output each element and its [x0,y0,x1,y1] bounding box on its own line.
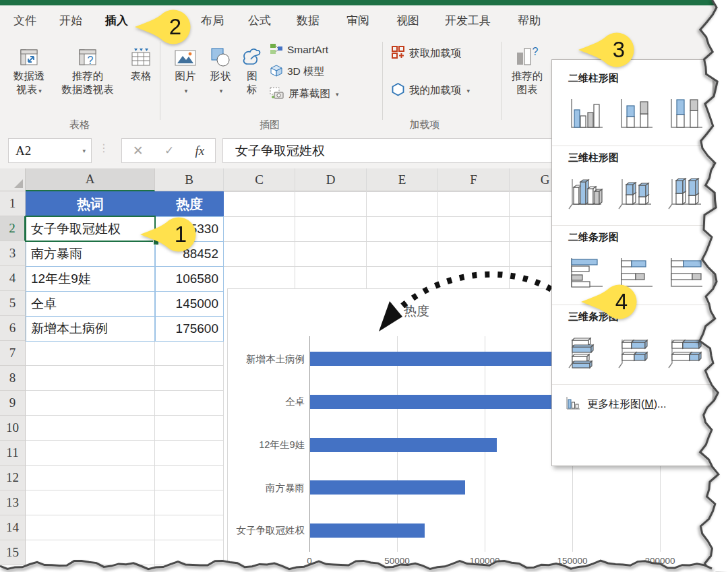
chart-type-stacked-column[interactable] [614,93,656,136]
cell-B5[interactable]: 145000 [155,291,224,317]
get-add-ins-label: 获取加载项 [409,46,462,61]
icons-button[interactable]: 图标 [240,39,264,96]
svg-text:?: ? [88,55,94,66]
recommended-charts-button[interactable]: ? 推荐的 图表 [506,39,549,96]
more-charts-icon [566,395,580,413]
menu-divider [552,225,712,226]
row-header-4[interactable]: 4 [0,266,26,291]
tab-view[interactable]: 视图 [396,13,419,28]
tab-home[interactable]: 开始 [59,13,82,28]
shapes-button[interactable]: 形状▾ [204,39,237,98]
cancel-icon[interactable]: ✕ [133,143,144,158]
table-label: 表格 [131,69,152,83]
clustered-bar-3d-icon [566,336,604,371]
chart-type-100-stacked-column[interactable] [664,93,706,136]
screenshot-label: 屏幕截图 [289,87,330,101]
chart-type-100-stacked-bar-3d[interactable] [664,331,706,375]
screenshot-button[interactable]: 屏幕截图 ▾ [270,85,339,103]
cell-B6[interactable]: 175600 [155,316,224,342]
tab-formulas[interactable]: 公式 [248,13,271,28]
chevron-down-icon: ▾ [185,88,188,94]
name-box[interactable]: A2 ▾ [8,138,92,163]
chart-category-label: 南方暴雨 [228,482,305,495]
clustered-column-3d-icon [566,177,604,212]
stacked-bar-3d-icon [616,336,654,371]
3d-models-label: 3D 模型 [287,65,324,79]
select-all-triangle [14,179,23,188]
col-header-B[interactable]: B [155,168,224,191]
row-header-14[interactable]: 14 [0,515,26,540]
chart-type-clustered-column-3d[interactable] [564,172,606,216]
cell-A5[interactable]: 仝卓 [26,291,155,317]
callout-1: 1 [139,213,206,256]
get-add-ins-button[interactable]: 获取加载项 [391,44,470,63]
cell-A6[interactable]: 新增本土病例 [26,316,155,342]
callout-2: 2 [133,5,201,49]
row-header-3[interactable]: 3 [0,241,26,266]
worksheet-gridlines [224,168,553,288]
chart-type-stacked-column-3d[interactable] [614,172,656,216]
recommended-pivottables-button[interactable]: ? 推荐的 数据透视表 [54,39,121,96]
chart-bar [310,438,497,452]
svg-text:1: 1 [175,222,187,247]
menu-section-title: 二维条形图 [568,231,712,244]
chart-category-label: 仝卓 [228,395,305,408]
more-column-charts-item[interactable]: 更多柱形图(M)... [552,390,712,413]
row-header-2[interactable]: 2 [0,216,26,241]
chart-tick-label: 0 [282,556,336,566]
chart-bar [310,480,465,495]
svg-text:3: 3 [613,37,625,62]
row-header-6[interactable]: 6 [0,316,26,341]
chart-type-100-stacked-bar[interactable] [664,252,706,295]
menu-thumbnail-row [552,168,712,220]
cell-header-热词[interactable]: 热词 [26,191,155,217]
formula-bar-grip[interactable]: ⋮ [98,141,109,154]
row-header-13[interactable]: 13 [0,490,26,515]
my-addins-icon [391,82,405,99]
row-header-5[interactable]: 5 [0,291,26,316]
worksheet-gridlines [26,341,224,568]
3d-models-button[interactable]: 3D 模型 [270,63,339,81]
tab-data[interactable]: 数据 [297,13,320,28]
chart-type-stacked-bar-3d[interactable] [614,331,656,375]
group-separator [382,42,383,120]
pivottable-label: 数据透 [13,70,45,82]
group-label-tables: 表格 [39,119,120,131]
smartart-button[interactable]: SmartArt [270,40,339,59]
cell-A3[interactable]: 南方暴雨 [26,241,155,267]
row-header-8[interactable]: 8 [0,366,26,391]
shapes-icon [210,39,231,67]
chart-type-clustered-column[interactable] [564,93,606,136]
100-stacked-bar-3d-icon [666,336,704,371]
tab-help[interactable]: 帮助 [518,13,541,28]
chevron-down-icon: ▾ [82,148,86,154]
row-header-9[interactable]: 9 [0,391,26,416]
chart-type-100-stacked-column-3d[interactable] [664,172,706,216]
icons-duck-icon [241,39,263,67]
chevron-down-icon: ▾ [220,88,223,94]
100-stacked-column-3d-icon [666,177,704,212]
row-header-10[interactable]: 10 [0,416,26,441]
enter-check-icon[interactable]: ✓ [164,144,174,158]
row-header-15[interactable]: 15 [0,540,26,565]
row-header-11[interactable]: 11 [0,441,26,466]
row-header-1[interactable]: 1 [0,191,26,216]
insert-function-button[interactable]: fx [195,144,205,158]
cell-B4[interactable]: 106580 [155,266,224,292]
tab-file[interactable]: 文件 [13,13,36,28]
cell-A4[interactable]: 12年生9娃 [26,266,155,292]
tab-review[interactable]: 审阅 [346,13,369,28]
my-add-ins-button[interactable]: 我的加载项 ▾ [391,82,470,100]
stacked-column-icon [616,97,654,132]
chart-type-clustered-bar-3d[interactable] [564,331,606,375]
pivottable-button[interactable]: 数据透 视表▾ [5,39,53,98]
tab-layout[interactable]: 布局 [201,13,224,28]
svg-text:2: 2 [169,14,181,39]
tab-insert[interactable]: 插入 [105,13,128,28]
menu-thumbnail-row [552,327,712,379]
tab-developer[interactable]: 开发工具 [445,13,491,28]
row-header-7[interactable]: 7 [0,341,26,366]
callout-4: 4 [580,280,647,323]
row-header-12[interactable]: 12 [0,466,26,490]
col-header-A[interactable]: A [26,168,155,191]
